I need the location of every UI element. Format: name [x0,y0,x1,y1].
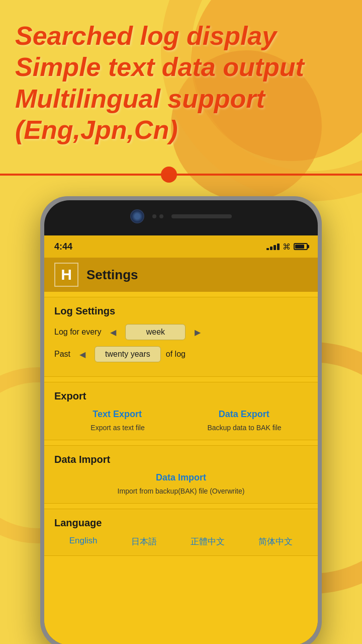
past-log-row: Past ◀ twenty years of log [54,346,308,362]
language-title: Language [54,517,308,529]
export-buttons-row: Text Export Data Export [54,409,308,420]
slider-handle[interactable] [161,167,177,183]
status-bar: 4:44 ⌘ [44,235,318,258]
phone-mockup: 4:44 ⌘ [40,196,322,644]
language-options-row: English 日本語 正體中文 简体中文 [54,536,308,547]
phone-camera-area [44,209,318,223]
log-period-decrease-button[interactable]: ◀ [106,325,120,339]
export-section: Export Text Export Data Export Export as… [44,382,318,440]
status-icons: ⌘ [266,242,308,252]
camera-dot [159,214,163,218]
phone-screen: 4:44 ⌘ [44,235,318,644]
log-period-value: week [125,324,186,340]
battery-icon [294,243,308,250]
camera-dots [152,214,163,218]
wifi-icon: ⌘ [283,242,291,252]
text-export-desc: Export as text file [54,424,181,432]
data-import-title: Data Import [54,454,308,465]
data-import-section: Data Import Data Import Import from back… [44,445,318,504]
headline-line1: Searched log display [15,20,347,51]
data-export-desc: Backup data to BAK file [181,424,308,432]
slider-line[interactable] [0,174,362,176]
headline-line3: Multilingual support (Eng,Jpn,Cn) [15,83,347,146]
log-for-every-label: Log for every [54,328,101,337]
log-period-row: Log for every ◀ week ▶ [54,324,308,340]
log-period-increase-button[interactable]: ▶ [191,325,205,339]
app-header: H Settings [44,258,318,292]
export-title: Export [54,390,308,402]
signal-icon [266,244,280,250]
app-title: Settings [86,267,138,283]
past-value: twenty years [95,346,161,362]
status-time: 4:44 [54,242,72,252]
log-settings-section: Log Settings Log for every ◀ week ▶ Past… [44,297,318,377]
of-log-label: of log [166,350,186,359]
phone-outer-frame: 4:44 ⌘ [40,196,322,644]
settings-content[interactable]: Log Settings Log for every ◀ week ▶ Past… [44,292,318,644]
data-import-button[interactable]: Data Import [54,472,308,483]
text-export-button[interactable]: Text Export [93,409,142,420]
language-japanese-button[interactable]: 日本語 [131,536,157,547]
top-content: Searched log display Simple text data ou… [0,0,362,146]
data-export-button[interactable]: Data Export [219,409,269,420]
camera-dot [152,214,156,218]
phone-inner-frame: 4:44 ⌘ [44,200,318,644]
headline-line2: Simple text data output [15,51,347,83]
past-label: Past [54,350,70,359]
slider-container [0,174,362,176]
language-section: Language English 日本語 正體中文 简体中文 [44,509,318,556]
language-simplified-chinese-button[interactable]: 简体中文 [258,536,293,547]
language-english-button[interactable]: English [69,536,98,547]
data-import-desc: Import from backup(BAK) file (Overwrite) [54,487,308,495]
app-logo: H [54,263,78,287]
camera-lens [130,209,144,223]
speaker-bar [171,214,232,218]
log-settings-title: Log Settings [54,305,308,317]
export-desc-row: Export as text file Backup data to BAK f… [54,424,308,432]
past-decrease-button[interactable]: ◀ [75,347,89,361]
language-traditional-chinese-button[interactable]: 正體中文 [191,536,225,547]
